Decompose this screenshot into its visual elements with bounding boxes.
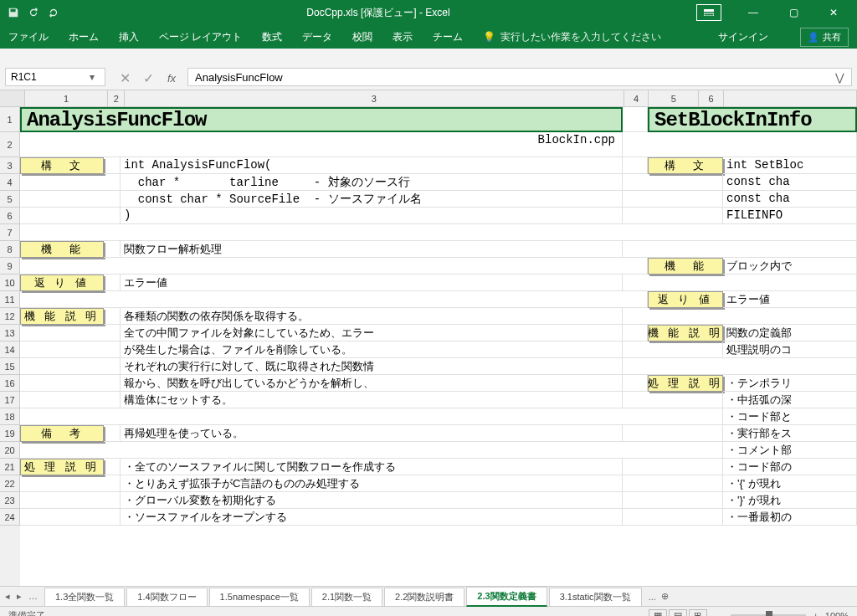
label-syntax[interactable]: 構 文	[20, 157, 104, 174]
accept-formula-icon[interactable]: ✓	[141, 70, 156, 86]
cell[interactable]: ・'}' が現れ	[723, 492, 857, 509]
row-header[interactable]: 19	[0, 425, 20, 442]
label-note[interactable]: 備 考	[20, 425, 104, 442]
cell[interactable]: ・一番最初の	[723, 509, 857, 526]
view-layout-icon[interactable]: ▤	[669, 609, 687, 617]
cell[interactable]: ブロック内で	[723, 258, 857, 275]
sheet-tab[interactable]: 1.3全関数一覧	[44, 588, 125, 606]
view-normal-icon[interactable]: ▦	[649, 609, 667, 617]
cell[interactable]: const cha	[723, 174, 857, 191]
col-header[interactable]: 5	[649, 90, 699, 107]
sheet-tab[interactable]: 2.1関数一覧	[311, 588, 382, 606]
row-header[interactable]: 18	[0, 408, 20, 425]
share-button[interactable]: 👤 共有	[800, 28, 849, 47]
row-header[interactable]: 14	[0, 341, 20, 358]
cell[interactable]: int SetBloc	[723, 157, 857, 174]
col-header[interactable]: 6	[699, 90, 724, 107]
label-ret-r[interactable]: 返 り 値	[648, 291, 723, 308]
save-icon[interactable]	[7, 6, 20, 19]
fx-icon[interactable]: fx	[164, 72, 179, 85]
label-proc[interactable]: 処 理 説 明	[20, 459, 104, 475]
section-title-left[interactable]: AnalysisFuncFlow	[20, 107, 623, 132]
sheet-tab[interactable]: 2.2関数説明書	[384, 588, 464, 606]
cpp-filename[interactable]: BlockIn.cpp	[20, 132, 623, 157]
tab-insert[interactable]: 挿入	[119, 30, 139, 44]
tab-first-icon[interactable]: ◂	[5, 591, 10, 602]
cancel-formula-icon[interactable]: ✕	[117, 70, 132, 86]
select-all-corner[interactable]	[0, 90, 25, 107]
row-header[interactable]: 2	[0, 132, 20, 157]
row-header[interactable]: 1	[0, 107, 20, 132]
cell[interactable]: 関数の定義部	[723, 325, 857, 341]
cell[interactable]: ・コード部と	[723, 408, 857, 425]
cell[interactable]: ・'{' が現れ	[723, 475, 857, 492]
section-title-right[interactable]: SetBlockInInfo	[648, 107, 857, 132]
tab-home[interactable]: ホーム	[69, 30, 99, 44]
row-header[interactable]: 16	[0, 375, 20, 392]
cell[interactable]: ・コード部の	[723, 459, 857, 475]
tab-view[interactable]: 表示	[393, 30, 413, 44]
row-header[interactable]: 12	[0, 308, 20, 325]
sheet-tab[interactable]: 1.5namespace一覧	[209, 588, 310, 606]
name-box[interactable]: R1C1 ▾	[5, 68, 105, 86]
row-header[interactable]: 15	[0, 358, 20, 375]
cell[interactable]: 全ての中間ファイルを対象にしているため、エラー	[121, 325, 623, 341]
sheet-tab-active[interactable]: 2.3関数定義書	[466, 587, 547, 607]
cell[interactable]: FILEINFO	[723, 208, 857, 224]
cell[interactable]: 関数フロー解析処理	[121, 241, 623, 258]
minimize-button[interactable]: —	[735, 1, 772, 24]
cell[interactable]: 再帰処理を使っている。	[121, 425, 623, 442]
cell[interactable]: ・とりあえず拡張子がC言語のもののみ処理する	[121, 475, 623, 492]
cell[interactable]: ・テンポラリ	[723, 375, 857, 392]
sheet-tab[interactable]: 1.4関数フロー	[126, 588, 207, 606]
zoom-in-button[interactable]: +	[813, 611, 818, 617]
zoom-value[interactable]: 100%	[825, 611, 849, 617]
row-header[interactable]: 20	[0, 442, 20, 459]
row-header[interactable]: 23	[0, 492, 20, 509]
expand-formula-icon[interactable]: ⋁	[835, 71, 844, 84]
label-proc-r[interactable]: 処 理 説 明	[648, 375, 723, 392]
label-func[interactable]: 機 能	[20, 241, 104, 258]
label-desc[interactable]: 機 能 説 明	[20, 308, 104, 325]
cell[interactable]: エラー値	[723, 291, 857, 308]
cell[interactable]: ・実行部をス	[723, 425, 857, 442]
row-header[interactable]: 9	[0, 258, 20, 275]
maximize-button[interactable]: ▢	[775, 1, 812, 24]
row-header[interactable]: 6	[0, 208, 20, 224]
row-header[interactable]: 3	[0, 157, 20, 174]
col-header[interactable]: 2	[108, 90, 125, 107]
row-header[interactable]: 21	[0, 459, 20, 475]
cell[interactable]: エラー値	[121, 275, 623, 291]
close-button[interactable]: ✕	[815, 1, 852, 24]
col-header[interactable]: 1	[25, 90, 108, 107]
cell[interactable]: ・中括弧の深	[723, 392, 857, 408]
cell[interactable]: ・全てのソースファイルに関して関数フローを作成する	[121, 459, 623, 475]
col-header[interactable]	[724, 90, 857, 107]
undo-icon[interactable]	[27, 6, 40, 19]
row-header[interactable]: 22	[0, 475, 20, 492]
cell[interactable]: 処理説明のコ	[723, 341, 857, 358]
tab-file[interactable]: ファイル	[8, 30, 49, 44]
cell[interactable]: char * tarline - 対象のソース行	[121, 174, 623, 191]
row-header[interactable]: 11	[0, 291, 20, 308]
tell-me-search[interactable]: 💡 実行したい作業を入力してください	[483, 30, 661, 44]
tab-data[interactable]: データ	[302, 30, 332, 44]
cell[interactable]: が発生した場合は、ファイルを削除している。	[121, 341, 623, 358]
row-header[interactable]: 17	[0, 392, 20, 408]
cell[interactable]: 報から、関数を呼び出しているかどうかを解析し、	[121, 375, 623, 392]
row-header[interactable]: 8	[0, 241, 20, 258]
signin-link[interactable]: サインイン	[718, 30, 768, 44]
redo-icon[interactable]	[47, 6, 60, 19]
row-header[interactable]: 5	[0, 191, 20, 208]
tab-more-left[interactable]: …	[28, 591, 38, 602]
label-desc-r[interactable]: 機 能 説 明	[648, 325, 723, 341]
formula-input[interactable]: AnalysisFuncFlow ⋁	[187, 68, 852, 86]
tab-formulas[interactable]: 数式	[262, 30, 282, 44]
col-header[interactable]: 3	[125, 90, 624, 107]
row-header[interactable]: 7	[0, 224, 20, 241]
cell[interactable]: )	[121, 208, 623, 224]
view-break-icon[interactable]: ⊞	[689, 609, 707, 617]
row-header[interactable]: 10	[0, 275, 20, 291]
sheet-tab[interactable]: 3.1static関数一覧	[549, 588, 642, 606]
col-header[interactable]: 4	[624, 90, 649, 107]
